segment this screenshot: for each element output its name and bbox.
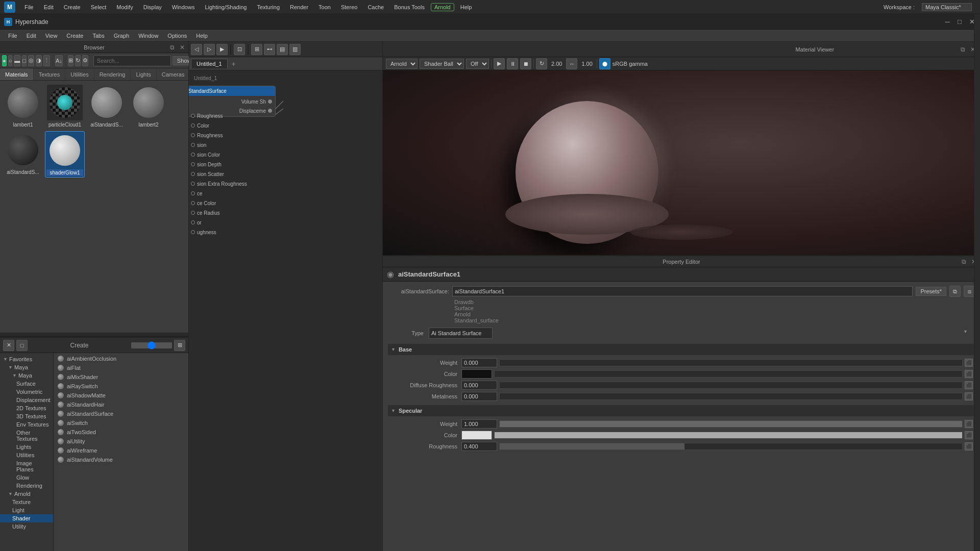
- spec-roughness-input[interactable]: [461, 442, 497, 451]
- shader-aiMix[interactable]: aiMixShader: [54, 372, 188, 382]
- base-section-header[interactable]: ▼ Base: [388, 344, 975, 355]
- type-dropdown[interactable]: Ai Standard Surface: [429, 328, 493, 339]
- viewer-pause-btn[interactable]: ⏸: [507, 58, 518, 69]
- tree-arnold-light[interactable]: Light: [0, 506, 53, 514]
- mat-aistandard1[interactable]: aiStandardS...: [87, 84, 127, 129]
- tab-cameras[interactable]: Cameras: [157, 68, 190, 80]
- base-color-map-btn[interactable]: ⬛: [965, 370, 973, 378]
- tab-textures[interactable]: Textures: [34, 68, 66, 80]
- prop-float-btn[interactable]: ⧉: [960, 258, 968, 266]
- tree-2d-textures[interactable]: 2D Textures: [0, 404, 53, 412]
- menu-file[interactable]: File: [20, 3, 38, 11]
- tree-surface[interactable]: Surface: [0, 380, 53, 388]
- refresh-btn[interactable]: ↻: [75, 55, 81, 66]
- ne-out-displace-port[interactable]: [268, 109, 272, 113]
- hs-menu-tabs[interactable]: Tabs: [88, 32, 108, 40]
- tree-arnold-utility[interactable]: Utility: [0, 522, 53, 531]
- spec-roughness-slider[interactable]: [499, 443, 963, 450]
- tree-glow[interactable]: Glow: [0, 473, 53, 482]
- mat-aistandard2[interactable]: aiStandardS...: [3, 131, 43, 178]
- minimize-btn[interactable]: ─: [943, 18, 951, 26]
- menu-windows[interactable]: Windows: [168, 3, 199, 11]
- base-weight-slider[interactable]: [499, 359, 963, 366]
- settings-btn[interactable]: ⚙: [82, 55, 88, 66]
- workspace-dropdown[interactable]: Maya Classic*: [922, 3, 972, 11]
- ne-tab-add-btn[interactable]: +: [229, 58, 239, 69]
- create-grid-btn[interactable]: ⊞: [174, 340, 185, 351]
- mat-shaderglow[interactable]: shaderGlow1: [45, 131, 85, 178]
- ne-back-btn[interactable]: ◁: [191, 44, 202, 55]
- hs-menu-create[interactable]: Create: [62, 32, 87, 40]
- ne-out-volumesh-port[interactable]: [268, 99, 272, 104]
- renderer-select[interactable]: Arnold: [386, 59, 418, 69]
- hs-menu-options[interactable]: Options: [163, 32, 191, 40]
- preview-option-select[interactable]: Off: [466, 59, 489, 69]
- preview-mode-select[interactable]: Shader Ball: [420, 59, 464, 69]
- node-canvas[interactable]: aiStandardSurface Volume Sh Displaceme: [189, 70, 382, 551]
- ne-layout2-btn[interactable]: ▥: [289, 44, 301, 55]
- view-circle-btn[interactable]: ◎: [28, 55, 34, 66]
- ne-in-sionscatter-port[interactable]: [191, 172, 195, 176]
- ne-in-roughness2-port[interactable]: [191, 133, 195, 137]
- ne-in-sion-port[interactable]: [191, 143, 195, 147]
- shader-aiWire[interactable]: aiWireframe: [54, 446, 188, 455]
- menu-texturing[interactable]: Texturing: [253, 3, 284, 11]
- diffuse-roughness-input[interactable]: [461, 381, 497, 390]
- filter-btn[interactable]: ⊞: [68, 55, 74, 66]
- view-all-btn[interactable]: ●: [2, 55, 7, 66]
- view-icon-btn[interactable]: □: [22, 55, 27, 66]
- browser-hscroll[interactable]: [0, 333, 188, 336]
- base-weight-input[interactable]: [461, 358, 497, 367]
- diffuse-roughness-slider[interactable]: [499, 382, 963, 389]
- diffuse-roughness-map-btn[interactable]: ⬛: [965, 381, 973, 389]
- tree-arnold-root[interactable]: Arnold: [0, 490, 53, 498]
- maximize-btn[interactable]: □: [955, 18, 964, 26]
- shader-name-input[interactable]: [452, 286, 913, 296]
- spec-color-slider[interactable]: [494, 432, 963, 439]
- tree-other-textures[interactable]: Other Textures: [0, 429, 53, 443]
- menu-create[interactable]: Create: [60, 3, 85, 11]
- tab-materials[interactable]: Materials: [0, 68, 34, 80]
- create-close-btn[interactable]: ✕: [3, 340, 14, 351]
- menu-stereo[interactable]: Stereo: [337, 3, 361, 11]
- tree-maya[interactable]: Maya: [0, 371, 53, 380]
- viewer-colorspace-btn[interactable]: ⬤: [599, 58, 610, 69]
- metalness-map-btn[interactable]: ⬛: [965, 392, 973, 400]
- viewer-refresh-btn[interactable]: ↻: [536, 58, 547, 69]
- tree-volumetric[interactable]: Volumetric: [0, 388, 53, 396]
- viewer-canvas[interactable]: [383, 70, 980, 255]
- hs-menu-file[interactable]: File: [4, 32, 21, 40]
- ne-layout-btn[interactable]: ▤: [277, 44, 288, 55]
- spec-roughness-map-btn[interactable]: ⬛: [965, 442, 973, 450]
- spec-weight-slider[interactable]: [499, 420, 963, 428]
- ne-in-ce-port[interactable]: [191, 191, 195, 195]
- viewer-play-btn[interactable]: ▶: [494, 58, 505, 69]
- menu-render[interactable]: Render: [286, 3, 312, 11]
- menu-toon[interactable]: Toon: [314, 3, 335, 11]
- viewer-float-btn[interactable]: ⧉: [959, 45, 967, 54]
- menu-help[interactable]: Help: [456, 3, 476, 11]
- tree-arnold-shader[interactable]: Shader: [0, 514, 53, 522]
- metalness-input[interactable]: [461, 392, 497, 401]
- browser-float-btn[interactable]: ⧉: [168, 43, 176, 52]
- shader-aiTwoSided[interactable]: aiTwoSided: [54, 428, 188, 437]
- menu-arnold[interactable]: Arnold: [431, 3, 454, 11]
- spec-weight-map-btn[interactable]: ⬛: [965, 420, 973, 428]
- tree-maya-root[interactable]: Maya: [0, 363, 53, 371]
- viewer-stop-btn[interactable]: ⏹: [520, 58, 531, 69]
- specular-section-header[interactable]: ▼ Specular: [388, 405, 975, 416]
- tree-rendering[interactable]: Rendering: [0, 482, 53, 490]
- tree-arnold-texture[interactable]: Texture: [0, 498, 53, 506]
- create-expand-btn[interactable]: □: [16, 340, 28, 351]
- base-color-swatch[interactable]: [461, 369, 492, 379]
- ne-in-roughness-port[interactable]: [191, 114, 195, 118]
- hs-menu-view[interactable]: View: [41, 32, 62, 40]
- view-sphere-btn[interactable]: ○: [8, 55, 13, 66]
- tree-favorites[interactable]: Favorites: [0, 355, 53, 363]
- hs-menu-window[interactable]: Window: [134, 32, 162, 40]
- spec-color-swatch[interactable]: [461, 431, 492, 440]
- presets-button[interactable]: Presets*: [916, 287, 946, 296]
- view-circle2-btn[interactable]: ◑: [36, 55, 42, 66]
- ne-fit-btn[interactable]: ⊡: [234, 44, 245, 55]
- tree-3d-textures[interactable]: 3D Textures: [0, 412, 53, 420]
